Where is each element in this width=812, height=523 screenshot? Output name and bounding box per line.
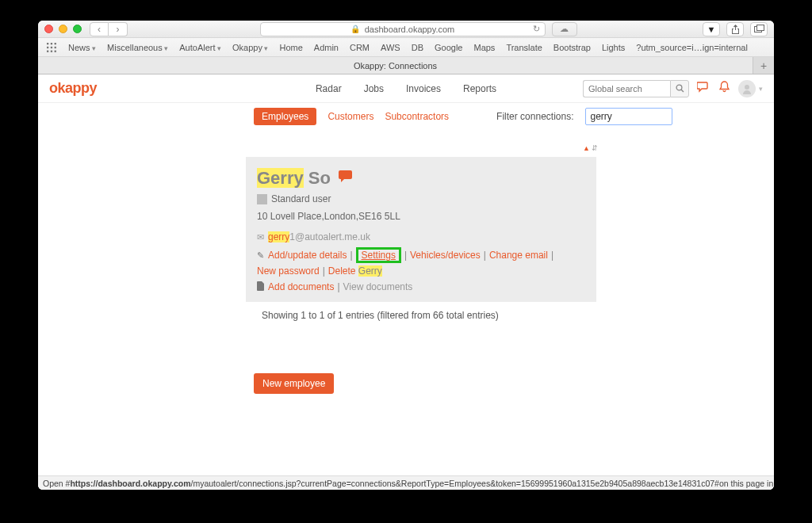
tab-subcontractors[interactable]: Subcontractors: [385, 111, 449, 122]
top-sites-icon[interactable]: [46, 42, 57, 53]
address-bar[interactable]: 🔒 dashboard.okappy.com ↻: [260, 22, 546, 36]
filter-connections-input[interactable]: [585, 108, 672, 125]
svg-rect-1: [756, 25, 764, 31]
svg-rect-6: [51, 46, 52, 48]
bookmarks-bar: News Miscellaneous AutoAlert Okappy Home…: [38, 38, 774, 57]
bookmark-admin[interactable]: Admin: [314, 43, 339, 52]
tab-customers[interactable]: Customers: [327, 111, 373, 122]
sort-handle-icon[interactable]: ⇵: [592, 144, 598, 152]
tabs-button[interactable]: [750, 22, 768, 36]
icloud-tabs-button[interactable]: ☁: [552, 22, 577, 36]
pencil-icon: ✎: [257, 250, 264, 261]
zoom-window-button[interactable]: [73, 25, 82, 33]
results-summary: Showing 1 to 1 of 1 entries (filtered fr…: [262, 310, 596, 321]
avatar-chevron-icon[interactable]: ▾: [759, 85, 763, 93]
svg-rect-10: [55, 50, 56, 52]
sort-indicator-icon[interactable]: ▲: [583, 144, 590, 152]
forward-button[interactable]: ›: [109, 22, 128, 36]
app-nav: Radar Jobs Invoices Reports: [316, 83, 496, 94]
svg-point-11: [676, 85, 682, 90]
status-bar: Open #https://dashboard.okappy.com/myaut…: [38, 475, 774, 490]
action-add-documents[interactable]: Add documents: [268, 281, 334, 292]
bookmark-autoalert[interactable]: AutoAlert: [179, 43, 221, 52]
svg-rect-2: [47, 43, 48, 44]
svg-rect-9: [51, 50, 52, 52]
role-color-icon: [257, 194, 267, 204]
tab-okappy-connections[interactable]: Okappy: Connections: [38, 57, 753, 74]
avatar[interactable]: [738, 80, 756, 97]
close-window-button[interactable]: [44, 25, 53, 33]
bookmark-home[interactable]: Home: [279, 43, 302, 52]
bookmark-news[interactable]: News: [68, 43, 96, 52]
reload-icon[interactable]: ↻: [533, 24, 540, 34]
back-button[interactable]: ‹: [90, 22, 109, 36]
nav-invoices[interactable]: Invoices: [406, 83, 441, 94]
chat-bubble-icon[interactable]: [339, 170, 354, 187]
action-new-password[interactable]: New password: [257, 265, 320, 277]
svg-rect-7: [55, 46, 56, 48]
bookmark-db[interactable]: DB: [412, 43, 423, 52]
global-search: [583, 80, 689, 97]
connection-type-tabs: Employees Customers Subcontractors Filte…: [254, 103, 774, 130]
bookmark-lights[interactable]: Lights: [602, 43, 625, 52]
titlebar: ‹ › 🔒 dashboard.okappy.com ↻ ☁ ▼: [38, 21, 774, 38]
bookmark-okappy[interactable]: Okappy: [232, 43, 268, 52]
minimize-window-button[interactable]: [59, 25, 67, 33]
global-search-button[interactable]: [670, 80, 689, 97]
action-change-email[interactable]: Change email: [489, 250, 548, 261]
window-controls: [44, 25, 82, 33]
page: okappy Radar Jobs Invoices Reports: [38, 74, 774, 490]
share-button[interactable]: [726, 22, 744, 36]
role-label: Standard user: [271, 193, 331, 204]
logo[interactable]: okappy: [49, 80, 97, 97]
bookmark-misc[interactable]: Miscellaneous: [107, 43, 168, 52]
tab-employees[interactable]: Employees: [254, 108, 316, 125]
bookmark-google[interactable]: Google: [435, 43, 462, 52]
svg-line-12: [681, 90, 684, 92]
bookmark-crm[interactable]: CRM: [350, 43, 370, 52]
bookmark-aws[interactable]: AWS: [381, 43, 400, 52]
svg-rect-3: [51, 43, 52, 44]
app-header: okappy Radar Jobs Invoices Reports: [38, 74, 774, 103]
nav-jobs[interactable]: Jobs: [364, 83, 384, 94]
safari-window: ‹ › 🔒 dashboard.okappy.com ↻ ☁ ▼: [38, 21, 774, 490]
tab-strip: Okappy: Connections +: [38, 57, 774, 74]
bookmark-translate[interactable]: Translate: [506, 43, 542, 52]
nav-radar[interactable]: Radar: [316, 83, 342, 94]
svg-rect-5: [47, 46, 48, 48]
bookmark-maps[interactable]: Maps: [473, 43, 495, 52]
bookmark-utm[interactable]: ?utm_source=i…ign=internal: [636, 43, 748, 52]
chat-icon[interactable]: [697, 82, 710, 96]
action-settings[interactable]: Settings: [362, 250, 396, 261]
employee-actions: ✎ Add/update details | Settings | Vehicl…: [257, 247, 585, 277]
nav-reports[interactable]: Reports: [463, 83, 496, 94]
employee-email[interactable]: gerry1@autoalert.me.uk: [268, 231, 370, 242]
downloads-button[interactable]: ▼: [703, 22, 720, 36]
nav-buttons: ‹ ›: [90, 22, 128, 36]
svg-point-13: [745, 85, 749, 90]
employee-name: Gerry So: [257, 168, 585, 189]
action-add-update-details[interactable]: Add/update details: [268, 250, 347, 261]
svg-rect-4: [55, 43, 56, 44]
employee-first-name: Gerry: [257, 168, 304, 188]
settings-highlight-box: Settings: [356, 247, 401, 263]
new-employee-button[interactable]: New employee: [254, 373, 334, 394]
document-icon: [257, 281, 265, 292]
bell-icon[interactable]: [718, 81, 730, 96]
employee-address: 10 Lovell Place,London,SE16 5LL: [257, 211, 585, 222]
envelope-icon: ✉: [257, 232, 264, 242]
action-delete[interactable]: Delete Gerry: [328, 265, 382, 277]
bookmark-bootstrap[interactable]: Bootstrap: [553, 43, 591, 52]
filter-label: Filter connections:: [496, 111, 573, 122]
lock-icon: 🔒: [350, 25, 360, 33]
employee-card: Gerry So Standard user 10 Lovell Place,L…: [246, 157, 596, 302]
employee-last-name: So: [308, 168, 331, 188]
svg-rect-8: [47, 50, 48, 52]
action-vehicles-devices[interactable]: Vehicles/devices: [410, 250, 481, 261]
global-search-input[interactable]: [583, 80, 670, 97]
action-view-documents[interactable]: View documents: [343, 281, 413, 292]
address-text: dashboard.okappy.com: [365, 25, 455, 34]
new-tab-button[interactable]: +: [753, 57, 774, 74]
